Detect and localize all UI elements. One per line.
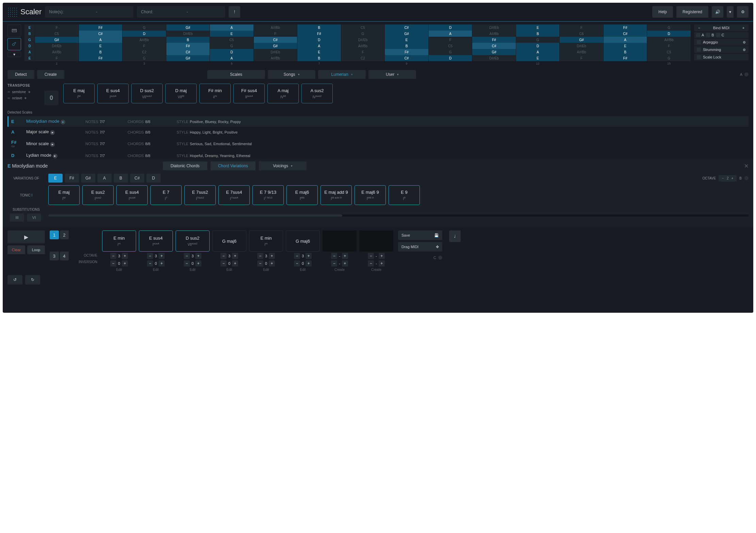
close-icon[interactable]: ✕ bbox=[744, 163, 749, 169]
pad-inv-minus[interactable]: − bbox=[184, 260, 190, 266]
variation-chord[interactable]: E majIM bbox=[48, 185, 80, 205]
semitone-minus[interactable]: − bbox=[7, 89, 10, 94]
strumming-toggle[interactable]: Strumming⚙ bbox=[694, 46, 749, 53]
var-oct-minus[interactable]: − bbox=[722, 176, 724, 180]
pad-inv-minus[interactable]: − bbox=[331, 260, 337, 266]
pad-inv-minus[interactable]: − bbox=[257, 260, 263, 266]
user-dropdown[interactable]: User bbox=[368, 70, 416, 79]
pad-inv-plus[interactable]: + bbox=[379, 260, 385, 266]
pad-edit[interactable]: Create bbox=[334, 268, 345, 272]
bind-slot-c[interactable]: C bbox=[716, 33, 724, 37]
progression-pad[interactable]: G maj6 bbox=[212, 230, 246, 252]
progression-pad[interactable]: E minim bbox=[249, 230, 283, 252]
scale-row[interactable]: DLydian mode ▶NOTES7/7CHORDS8/8STYLEHope… bbox=[7, 150, 749, 159]
variation-chord[interactable]: E maj add 9IM add 9 bbox=[321, 185, 352, 205]
variation-chord[interactable]: E 7sus2I7sus2 bbox=[184, 185, 216, 205]
play-icon[interactable]: ▶ bbox=[61, 120, 65, 124]
pad-oct-minus[interactable]: − bbox=[331, 253, 337, 259]
variation-chord[interactable]: E 7I7 bbox=[150, 185, 182, 205]
pad-inv-plus[interactable]: + bbox=[122, 260, 128, 266]
scales-filter[interactable]: Scales bbox=[207, 70, 265, 79]
note-button[interactable]: E bbox=[48, 174, 63, 183]
variation-chord[interactable]: E 7sus4I7sus4 bbox=[218, 185, 250, 205]
pad-inv-minus[interactable]: − bbox=[147, 260, 153, 266]
undo-button[interactable]: ↺ bbox=[7, 275, 22, 285]
page-button[interactable]: 1 bbox=[50, 230, 59, 239]
registered-button[interactable]: Registered bbox=[676, 6, 708, 18]
pad-oct-plus[interactable]: + bbox=[306, 253, 312, 259]
variation-chord[interactable]: E maj6 9IM6 9 bbox=[355, 185, 386, 205]
save-button[interactable]: Save💾 bbox=[398, 230, 442, 240]
page-button[interactable]: 4 bbox=[60, 252, 69, 260]
chord-pad[interactable]: A majIVM bbox=[267, 84, 299, 103]
audio-dropdown[interactable]: ▾ bbox=[727, 6, 734, 18]
redo-button[interactable]: ↻ bbox=[25, 275, 40, 285]
play-icon[interactable]: ▶ bbox=[50, 142, 55, 147]
chord-pad[interactable]: E sus4Isus4 bbox=[97, 84, 129, 103]
scale-row[interactable]: F#GbMinor scale ▶NOTES7/7CHORDS8/8STYLES… bbox=[7, 137, 749, 150]
octave-plus[interactable]: + bbox=[24, 96, 27, 101]
page-button[interactable]: 3 bbox=[50, 252, 59, 260]
voicings-dropdown[interactable]: Voicings bbox=[259, 161, 307, 170]
pad-oct-plus[interactable]: + bbox=[122, 253, 128, 259]
play-icon[interactable]: ▶ bbox=[50, 130, 55, 135]
artist-dropdown[interactable]: Lumerian bbox=[318, 70, 366, 79]
pad-oct-plus[interactable]: + bbox=[269, 253, 275, 259]
var-oct-plus[interactable]: + bbox=[731, 176, 733, 180]
progression-pad[interactable]: E minim bbox=[102, 230, 136, 252]
create-tab[interactable]: Create bbox=[37, 70, 64, 79]
pad-edit[interactable]: Edit bbox=[226, 268, 232, 272]
chord-variations-tab[interactable]: Chord Variations bbox=[211, 161, 256, 170]
page-button[interactable]: 2 bbox=[60, 230, 69, 239]
scale-row[interactable]: EMixolydian mode ▶NOTES7/7CHORDS8/8STYLE… bbox=[7, 116, 749, 127]
keyboard-view-button[interactable] bbox=[7, 24, 21, 37]
pad-oct-minus[interactable]: − bbox=[110, 253, 116, 259]
play-button[interactable]: ▶ bbox=[7, 230, 45, 243]
semitone-plus[interactable]: + bbox=[28, 89, 31, 94]
variation-chord[interactable]: E sus4Isus4 bbox=[116, 185, 148, 205]
substitution-button[interactable]: III bbox=[10, 213, 24, 222]
chord-pad[interactable]: D majVIIM bbox=[165, 84, 197, 103]
sliders-icon[interactable]: ⚙ bbox=[743, 48, 746, 52]
progression-pad[interactable] bbox=[323, 230, 357, 252]
pad-oct-plus[interactable]: + bbox=[342, 253, 348, 259]
pad-edit[interactable]: Edit bbox=[116, 268, 122, 272]
variation-chord[interactable]: E sus2Isus2 bbox=[82, 185, 114, 205]
pad-inv-plus[interactable]: + bbox=[159, 260, 165, 266]
pad-oct-minus[interactable]: − bbox=[184, 253, 190, 259]
pad-edit[interactable]: Edit bbox=[153, 268, 159, 272]
chord-pad[interactable]: D sus2VIIsus2 bbox=[131, 84, 163, 103]
chord-pad[interactable]: A sus2IVsus2 bbox=[301, 84, 333, 103]
pad-edit[interactable]: Edit bbox=[263, 268, 269, 272]
note-button[interactable]: B bbox=[114, 174, 128, 183]
note-button[interactable]: F# bbox=[65, 174, 79, 183]
pad-oct-minus[interactable]: − bbox=[147, 253, 153, 259]
audio-button[interactable]: 🔊 bbox=[712, 6, 723, 18]
note-button[interactable]: C# bbox=[130, 174, 144, 183]
pad-oct-minus[interactable]: − bbox=[257, 253, 263, 259]
bind-plus[interactable]: + bbox=[741, 26, 746, 30]
pad-inv-plus[interactable]: + bbox=[269, 260, 275, 266]
progression-pad[interactable]: G maj6 bbox=[286, 230, 320, 252]
bind-slot-a[interactable]: A bbox=[696, 33, 704, 37]
pad-oct-minus[interactable]: − bbox=[368, 253, 374, 259]
scalelock-toggle[interactable]: Scale Lock bbox=[694, 54, 749, 61]
pad-inv-plus[interactable]: + bbox=[306, 260, 312, 266]
progression-pad[interactable] bbox=[359, 230, 393, 252]
chord-pad[interactable]: E majIM bbox=[63, 84, 95, 103]
view-dropdown[interactable]: ▾ bbox=[7, 52, 21, 57]
pad-oct-plus[interactable]: + bbox=[159, 253, 165, 259]
variation-chord[interactable]: E 9I9 bbox=[389, 185, 420, 205]
pad-oct-plus[interactable]: + bbox=[232, 253, 238, 259]
progression-pad[interactable]: E sus4Isus4 bbox=[139, 230, 173, 252]
clear-button[interactable]: Clear bbox=[7, 245, 25, 254]
settings-button[interactable]: ⚙ bbox=[737, 6, 749, 18]
pad-oct-minus[interactable]: − bbox=[220, 253, 227, 259]
pad-inv-plus[interactable]: + bbox=[195, 260, 201, 266]
chord-pad[interactable]: F# sus4IIsus4 bbox=[233, 84, 265, 103]
pad-inv-plus[interactable]: + bbox=[232, 260, 238, 266]
songs-dropdown[interactable]: Songs bbox=[268, 70, 315, 79]
fretboard-grid[interactable]: EFF#GG#AA#/BbBC5C#DD#/EbEFF#GBC5C#DD#/Eb… bbox=[24, 24, 691, 65]
detect-tab[interactable]: Detect bbox=[7, 70, 34, 79]
pad-inv-minus[interactable]: − bbox=[368, 260, 374, 266]
